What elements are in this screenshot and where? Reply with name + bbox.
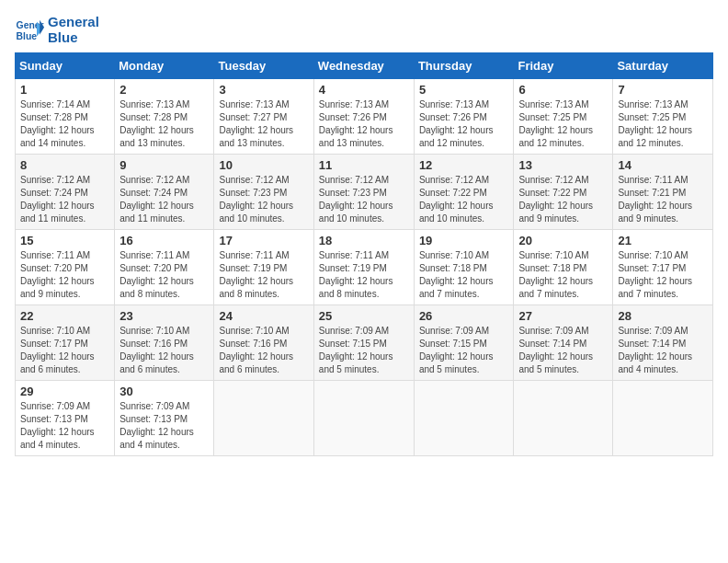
day-info: Sunrise: 7:09 AM Sunset: 7:15 PM Dayligh… [419,325,509,376]
calendar-cell: 24 Sunrise: 7:10 AM Sunset: 7:16 PM Dayl… [214,305,313,381]
calendar-cell: 25 Sunrise: 7:09 AM Sunset: 7:15 PM Dayl… [313,305,414,381]
day-number: 19 [419,234,509,247]
calendar-cell: 15 Sunrise: 7:11 AM Sunset: 7:20 PM Dayl… [16,230,115,305]
day-info: Sunrise: 7:11 AM Sunset: 7:19 PM Dayligh… [319,249,409,301]
day-info: Sunrise: 7:10 AM Sunset: 7:16 PM Dayligh… [219,325,308,376]
calendar-cell: 4 Sunrise: 7:13 AM Sunset: 7:26 PM Dayli… [313,79,414,155]
calendar-cell [514,381,613,456]
day-info: Sunrise: 7:13 AM Sunset: 7:26 PM Dayligh… [319,98,409,150]
day-number: 27 [518,309,608,323]
calendar-cell: 9 Sunrise: 7:12 AM Sunset: 7:24 PM Dayli… [115,155,214,230]
calendar-cell: 30 Sunrise: 7:09 AM Sunset: 7:13 PM Dayl… [115,381,214,456]
calendar-cell: 6 Sunrise: 7:13 AM Sunset: 7:25 PM Dayli… [514,79,613,155]
day-number: 12 [419,158,509,172]
calendar-cell [613,381,713,456]
day-number: 17 [219,234,308,247]
day-info: Sunrise: 7:11 AM Sunset: 7:19 PM Dayligh… [219,249,308,301]
calendar-cell: 11 Sunrise: 7:12 AM Sunset: 7:23 PM Dayl… [313,155,414,230]
day-number: 28 [618,309,708,323]
day-info: Sunrise: 7:10 AM Sunset: 7:17 PM Dayligh… [618,249,708,301]
day-info: Sunrise: 7:14 AM Sunset: 7:28 PM Dayligh… [20,98,109,150]
day-number: 14 [618,158,708,172]
calendar-cell [414,381,514,456]
calendar-cell [214,381,313,456]
calendar-cell: 8 Sunrise: 7:12 AM Sunset: 7:24 PM Dayli… [16,155,115,230]
calendar-cell: 19 Sunrise: 7:10 AM Sunset: 7:18 PM Dayl… [414,230,514,305]
day-number: 23 [119,309,209,323]
weekday-header-wednesday: Wednesday [313,53,414,79]
calendar-cell: 13 Sunrise: 7:12 AM Sunset: 7:22 PM Dayl… [514,155,613,230]
day-info: Sunrise: 7:11 AM Sunset: 7:21 PM Dayligh… [618,174,708,225]
calendar-cell [313,381,414,456]
day-number: 11 [319,158,409,172]
day-number: 3 [219,83,308,97]
calendar-cell: 3 Sunrise: 7:13 AM Sunset: 7:27 PM Dayli… [214,79,313,155]
day-info: Sunrise: 7:13 AM Sunset: 7:26 PM Dayligh… [419,98,509,150]
day-number: 15 [20,234,109,247]
day-number: 20 [518,234,608,247]
calendar-cell: 28 Sunrise: 7:09 AM Sunset: 7:14 PM Dayl… [613,305,713,381]
day-number: 24 [219,309,308,323]
calendar-week-row: 22 Sunrise: 7:10 AM Sunset: 7:17 PM Dayl… [16,305,713,381]
calendar-cell: 23 Sunrise: 7:10 AM Sunset: 7:16 PM Dayl… [115,305,214,381]
calendar-cell: 20 Sunrise: 7:10 AM Sunset: 7:18 PM Dayl… [514,230,613,305]
calendar-cell: 7 Sunrise: 7:13 AM Sunset: 7:25 PM Dayli… [613,79,713,155]
day-info: Sunrise: 7:11 AM Sunset: 7:20 PM Dayligh… [119,249,209,301]
day-number: 18 [319,234,409,247]
calendar-week-row: 1 Sunrise: 7:14 AM Sunset: 7:28 PM Dayli… [16,79,713,155]
weekday-header-saturday: Saturday [613,53,713,79]
calendar-table: SundayMondayTuesdayWednesdayThursdayFrid… [15,52,713,456]
day-number: 8 [20,158,109,172]
day-info: Sunrise: 7:12 AM Sunset: 7:22 PM Dayligh… [419,174,509,225]
day-number: 5 [419,83,509,97]
day-number: 10 [219,158,308,172]
day-number: 16 [119,234,209,247]
calendar-cell: 10 Sunrise: 7:12 AM Sunset: 7:23 PM Dayl… [214,155,313,230]
day-number: 1 [20,83,109,97]
day-number: 21 [618,234,708,247]
svg-text:Blue: Blue [17,30,38,40]
day-number: 22 [20,309,109,323]
day-info: Sunrise: 7:10 AM Sunset: 7:18 PM Dayligh… [419,249,509,301]
calendar-week-row: 29 Sunrise: 7:09 AM Sunset: 7:13 PM Dayl… [16,381,713,456]
day-number: 7 [618,83,708,97]
calendar-week-row: 15 Sunrise: 7:11 AM Sunset: 7:20 PM Dayl… [16,230,713,305]
day-info: Sunrise: 7:13 AM Sunset: 7:25 PM Dayligh… [518,98,608,150]
day-info: Sunrise: 7:12 AM Sunset: 7:22 PM Dayligh… [518,174,608,225]
calendar-cell: 2 Sunrise: 7:13 AM Sunset: 7:28 PM Dayli… [115,79,214,155]
logo-text-general: General [48,15,99,30]
calendar-cell: 5 Sunrise: 7:13 AM Sunset: 7:26 PM Dayli… [414,79,514,155]
calendar-cell: 1 Sunrise: 7:14 AM Sunset: 7:28 PM Dayli… [16,79,115,155]
logo: General Blue General Blue [15,15,99,45]
day-info: Sunrise: 7:12 AM Sunset: 7:23 PM Dayligh… [219,174,308,225]
day-info: Sunrise: 7:09 AM Sunset: 7:14 PM Dayligh… [618,325,708,376]
weekday-header-tuesday: Tuesday [214,53,313,79]
day-number: 13 [518,158,608,172]
logo-icon: General Blue [15,16,44,45]
day-number: 6 [518,83,608,97]
weekday-header-sunday: Sunday [16,53,115,79]
calendar-cell: 21 Sunrise: 7:10 AM Sunset: 7:17 PM Dayl… [613,230,713,305]
day-info: Sunrise: 7:09 AM Sunset: 7:13 PM Dayligh… [20,400,109,452]
day-info: Sunrise: 7:09 AM Sunset: 7:13 PM Dayligh… [119,400,209,452]
calendar-cell: 26 Sunrise: 7:09 AM Sunset: 7:15 PM Dayl… [414,305,514,381]
day-number: 25 [319,309,409,323]
calendar-cell: 16 Sunrise: 7:11 AM Sunset: 7:20 PM Dayl… [115,230,214,305]
calendar-week-row: 8 Sunrise: 7:12 AM Sunset: 7:24 PM Dayli… [16,155,713,230]
day-info: Sunrise: 7:11 AM Sunset: 7:20 PM Dayligh… [20,249,109,301]
page-header: General Blue General Blue [15,15,713,45]
day-info: Sunrise: 7:13 AM Sunset: 7:28 PM Dayligh… [119,98,209,150]
calendar-cell: 18 Sunrise: 7:11 AM Sunset: 7:19 PM Dayl… [313,230,414,305]
calendar-cell: 12 Sunrise: 7:12 AM Sunset: 7:22 PM Dayl… [414,155,514,230]
day-info: Sunrise: 7:12 AM Sunset: 7:24 PM Dayligh… [119,174,209,225]
calendar-cell: 27 Sunrise: 7:09 AM Sunset: 7:14 PM Dayl… [514,305,613,381]
weekday-header-monday: Monday [115,53,214,79]
day-info: Sunrise: 7:12 AM Sunset: 7:24 PM Dayligh… [20,174,109,225]
weekday-header-friday: Friday [514,53,613,79]
logo-text-blue: Blue [48,30,99,46]
day-info: Sunrise: 7:10 AM Sunset: 7:17 PM Dayligh… [20,325,109,376]
calendar-cell: 29 Sunrise: 7:09 AM Sunset: 7:13 PM Dayl… [16,381,115,456]
day-number: 9 [119,158,209,172]
day-info: Sunrise: 7:13 AM Sunset: 7:27 PM Dayligh… [219,98,308,150]
day-info: Sunrise: 7:13 AM Sunset: 7:25 PM Dayligh… [618,98,708,150]
